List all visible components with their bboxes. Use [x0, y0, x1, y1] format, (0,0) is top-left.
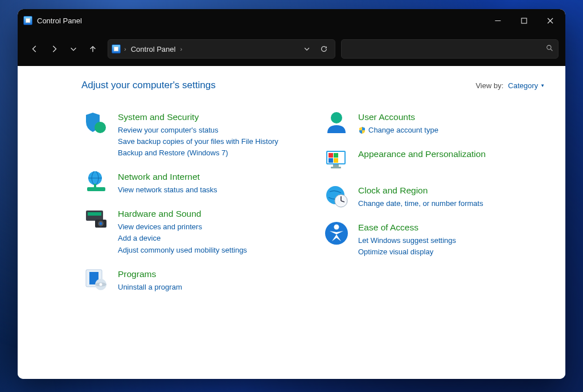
category-title[interactable]: System and Security — [118, 112, 199, 123]
category-link[interactable]: Change date, time, or number formats — [358, 198, 483, 209]
refresh-icon — [320, 45, 328, 53]
category-column-right: User Accounts Change account type — [322, 107, 545, 301]
control-panel-window: Control Panel › — [18, 9, 565, 379]
category-link[interactable]: Add a device — [118, 233, 247, 244]
globe-network-icon — [84, 170, 109, 195]
category-hardware-sound: Hardware and Sound View devices and prin… — [81, 204, 305, 259]
window-controls — [485, 9, 563, 32]
category-link[interactable]: View devices and printers — [118, 221, 247, 233]
up-button[interactable] — [84, 40, 102, 58]
svg-point-34 — [334, 225, 339, 230]
category-title[interactable]: Network and Internet — [118, 171, 200, 183]
category-network-internet: Network and Internet View network status… — [81, 167, 305, 199]
category-column-left: System and Security Review your computer… — [81, 107, 305, 301]
search-icon[interactable] — [546, 44, 553, 54]
window-title: Control Panel — [37, 16, 82, 25]
printer-camera-icon — [84, 207, 109, 232]
category-link[interactable]: Save backup copies of your files with Fi… — [118, 136, 278, 147]
svg-line-5 — [551, 49, 552, 51]
svg-rect-28 — [331, 167, 341, 168]
page-title: Adjust your computer's settings — [81, 80, 216, 91]
shield-icon — [84, 110, 109, 135]
titlebar: Control Panel — [18, 9, 565, 32]
address-bar[interactable]: › Control Panel › — [108, 39, 335, 59]
chevron-down-icon: ▼ — [540, 83, 545, 88]
svg-rect-24 — [334, 153, 338, 158]
category-title[interactable]: Clock and Region — [358, 185, 428, 197]
breadcrumb-separator-icon[interactable]: › — [179, 46, 183, 52]
category-link[interactable]: Let Windows suggest settings — [358, 235, 456, 246]
history-dropdown-button[interactable] — [64, 40, 83, 58]
breadcrumb-root[interactable]: Control Panel — [130, 45, 177, 53]
category-title[interactable]: Ease of Access — [358, 222, 418, 234]
category-link[interactable]: Adjust commonly used mobility settings — [118, 245, 247, 256]
category-link[interactable]: View network status and tasks — [118, 184, 217, 196]
address-history-button[interactable] — [299, 42, 314, 56]
control-panel-icon — [23, 16, 32, 25]
refresh-button[interactable] — [317, 42, 331, 56]
forward-arrow-icon — [50, 45, 58, 53]
close-icon — [547, 18, 553, 24]
viewby-control: View by: Category ▼ — [475, 81, 545, 90]
category-link[interactable]: Backup and Restore (Windows 7) — [118, 147, 278, 159]
forward-button[interactable] — [45, 40, 63, 58]
viewby-value: Category — [508, 81, 538, 90]
content-area: Adjust your computer's settings View by:… — [18, 66, 565, 379]
viewby-label: View by: — [475, 81, 503, 90]
close-button[interactable] — [537, 9, 563, 32]
category-appearance-personalization: Appearance and Personalization — [322, 144, 545, 176]
category-system-security: System and Security Review your computer… — [81, 107, 305, 162]
svg-rect-1 — [522, 18, 527, 23]
maximize-icon — [521, 18, 527, 24]
category-grid: System and Security Review your computer… — [81, 107, 545, 301]
maximize-button[interactable] — [511, 9, 537, 32]
back-arrow-icon — [31, 45, 39, 53]
category-link[interactable]: Change account type — [358, 125, 438, 136]
navigation-bar: › Control Panel › — [18, 32, 565, 66]
search-box[interactable] — [341, 39, 559, 59]
chevron-down-icon — [69, 45, 77, 53]
category-clock-region: Clock and Region Change date, time, or n… — [322, 180, 545, 213]
svg-point-19 — [100, 283, 102, 286]
uac-shield-icon — [358, 126, 366, 134]
category-title[interactable]: Appearance and Personalization — [358, 148, 486, 160]
back-button[interactable] — [26, 40, 44, 58]
up-arrow-icon — [89, 45, 97, 53]
svg-rect-11 — [88, 212, 101, 216]
viewby-dropdown[interactable]: Category ▼ — [508, 81, 545, 90]
monitor-colors-icon — [324, 147, 349, 172]
svg-rect-25 — [329, 158, 333, 163]
svg-rect-23 — [329, 153, 333, 158]
svg-point-14 — [100, 222, 102, 225]
svg-point-6 — [95, 122, 106, 133]
programs-icon — [84, 267, 109, 292]
category-link[interactable]: Uninstall a program — [118, 282, 182, 293]
minimize-button[interactable] — [485, 9, 511, 32]
category-link[interactable]: Review your computer's status — [118, 125, 278, 136]
category-programs: Programs Uninstall a program — [81, 264, 305, 296]
chevron-down-icon — [303, 46, 310, 52]
svg-rect-9 — [94, 184, 96, 188]
content-header: Adjust your computer's settings View by:… — [81, 80, 545, 91]
svg-rect-27 — [333, 164, 339, 167]
category-user-accounts: User Accounts Change account type — [322, 107, 545, 139]
svg-point-20 — [331, 112, 342, 123]
svg-rect-26 — [334, 158, 338, 163]
svg-point-4 — [547, 46, 551, 49]
minimize-icon — [495, 18, 501, 24]
category-title[interactable]: Hardware and Sound — [118, 208, 202, 220]
category-ease-of-access: Ease of Access Let Windows suggest setti… — [322, 217, 545, 261]
category-title[interactable]: User Accounts — [358, 112, 415, 123]
category-title[interactable]: Programs — [118, 269, 156, 280]
clock-globe-icon — [324, 184, 349, 209]
breadcrumb-root-icon — [112, 44, 121, 53]
accessibility-icon — [324, 221, 349, 246]
breadcrumb-separator-icon[interactable]: › — [123, 46, 128, 52]
search-input[interactable] — [346, 45, 543, 53]
category-link[interactable]: Optimize visual display — [358, 246, 456, 258]
user-icon — [324, 110, 349, 135]
